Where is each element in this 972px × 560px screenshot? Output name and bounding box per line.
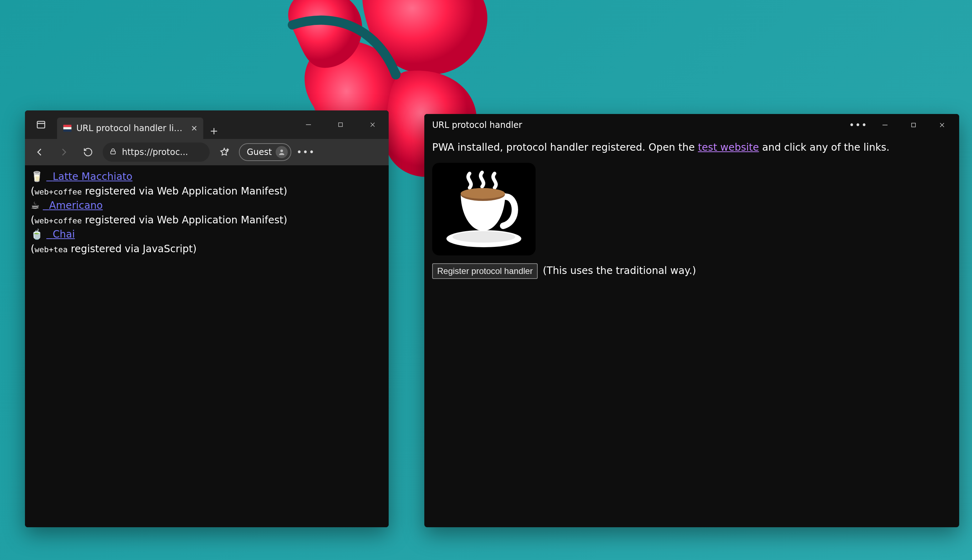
forward-button[interactable] [54,142,74,162]
favorites-button[interactable] [215,142,234,162]
pwa-window: URL protocol handler ••• PWA installed, … [424,114,959,527]
lock-icon [109,147,117,157]
reload-button[interactable] [79,142,98,162]
svg-rect-13 [912,123,916,127]
latte-icon: 🥛 [31,170,43,184]
pwa-body: PWA installed, protocol handler register… [424,136,959,527]
svg-rect-5 [339,123,343,127]
close-button[interactable] [356,110,389,139]
register-hint-text: (This uses the traditional way.) [543,263,696,278]
tab-title: URL protocol handler links [76,123,184,133]
tab-actions-button[interactable] [25,110,57,139]
list-item-note: (web+coffee registered via Web Applicati… [31,184,383,199]
svg-point-17 [452,231,515,243]
browser-titlebar[interactable]: URL protocol handler links ✕ ＋ [25,110,389,139]
pwa-maximize-button[interactable] [899,114,928,136]
svg-rect-3 [64,129,72,132]
pwa-titlebar[interactable]: URL protocol handler ••• [424,114,959,136]
list-item: 🍵 Chai [31,227,383,242]
tab-favicon-icon [63,123,72,133]
pwa-close-button[interactable] [928,114,956,136]
profile-label: Guest [247,147,272,157]
svg-rect-0 [37,122,45,128]
link-americano[interactable]: Americano [43,200,103,211]
tea-icon: 🍵 [31,227,43,242]
more-menu-button[interactable]: ••• [296,142,316,162]
pwa-menu-button[interactable]: ••• [846,120,871,130]
avatar-icon [276,146,288,158]
profile-button[interactable]: Guest [239,143,291,161]
page-content: 🥛 Latte Macchiato (web+coffee registered… [25,165,389,527]
test-website-link[interactable]: test website [698,142,759,153]
browser-tab[interactable]: URL protocol handler links ✕ [57,118,203,139]
list-item: ☕ Americano [31,198,383,213]
svg-point-19 [461,188,505,199]
tab-strip: URL protocol handler links ✕ ＋ [57,110,293,139]
browser-toolbar: https://protoc... Guest ••• [25,139,389,165]
new-tab-button[interactable]: ＋ [203,123,225,139]
coffee-cup-icon [439,168,529,250]
tab-close-icon[interactable]: ✕ [191,124,197,133]
maximize-button[interactable] [325,110,356,139]
link-latte[interactable]: Latte Macchiato [46,171,133,182]
pwa-window-title: URL protocol handler [432,120,522,130]
link-chai[interactable]: Chai [46,228,75,240]
svg-rect-1 [64,125,72,127]
list-item-note: (web+tea registered via JavaScript) [31,242,383,257]
address-bar[interactable]: https://protoc... [103,142,210,162]
svg-rect-8 [111,151,115,154]
desktop-background: URL protocol handler links ✕ ＋ [0,0,972,560]
svg-rect-2 [64,127,72,130]
list-item: 🥛 Latte Macchiato [31,170,383,184]
window-controls [293,110,389,139]
pwa-status-text: PWA installed, protocol handler register… [432,140,951,155]
minimize-button[interactable] [293,110,325,139]
coffee-cup-image [432,163,535,255]
browser-window: URL protocol handler links ✕ ＋ [25,110,389,527]
list-item-note: (web+coffee registered via Web Applicati… [31,213,383,228]
coffee-icon: ☕ [31,198,40,213]
svg-point-11 [280,150,283,152]
url-text: https://protoc... [122,147,188,157]
pwa-window-controls [871,114,956,136]
register-protocol-button[interactable]: Register protocol handler [432,263,538,279]
back-button[interactable] [30,142,49,162]
pwa-minimize-button[interactable] [871,114,899,136]
